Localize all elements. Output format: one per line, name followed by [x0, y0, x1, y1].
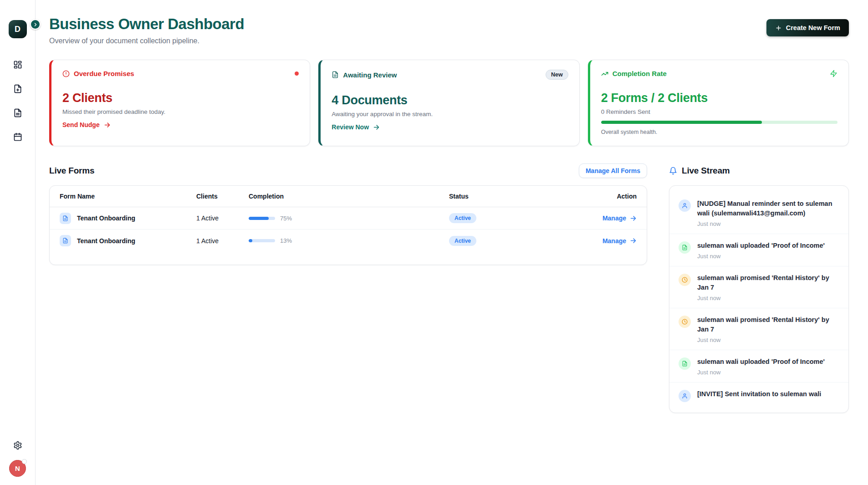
- page-header: Business Owner Dashboard Overview of you…: [49, 15, 849, 45]
- stream-item-text: [INVITE] Sent invitation to suleman wali: [697, 389, 838, 399]
- file-text-icon[interactable]: [13, 108, 22, 117]
- file-plus-icon[interactable]: [13, 84, 22, 93]
- stats-row: Overdue Promises 2 Clients Missed their …: [49, 60, 849, 146]
- user-icon: [679, 390, 691, 402]
- page-subtitle: Overview of your document collection pip…: [49, 37, 244, 45]
- completion-percent-label: 13%: [280, 237, 292, 244]
- stream-item-time: Just now: [697, 337, 838, 343]
- chevron-right-icon: [33, 22, 38, 27]
- stream-item-text: suleman wali uploaded 'Proof of Income': [697, 357, 838, 367]
- status-cell: Active: [449, 213, 586, 223]
- stream-item: [NUDGE] Manual reminder sent to suleman …: [669, 192, 848, 234]
- arrow-right-icon: [104, 122, 111, 128]
- sidebar-expand-button[interactable]: [30, 19, 41, 30]
- table-header-row: Form Name Clients Completion Status Acti…: [50, 186, 647, 207]
- stream-item-body: suleman wali promised 'Rental History' b…: [697, 315, 838, 343]
- manage-button[interactable]: Manage: [602, 214, 637, 222]
- stream-item-time: Just now: [697, 369, 838, 376]
- stat-card-header: Completion Rate: [601, 70, 837, 77]
- arrow-right-icon: [630, 215, 637, 222]
- stat-card-overdue-promises: Overdue Promises 2 Clients Missed their …: [49, 60, 310, 146]
- arrow-right-icon: [630, 237, 637, 244]
- health-progress-track: [601, 121, 837, 124]
- live-stream-header: Live Stream: [669, 163, 849, 178]
- form-name: Tenant Onboarding: [77, 237, 135, 245]
- stream-item-text: suleman wali uploaded 'Proof of Income': [697, 241, 838, 250]
- create-new-form-button[interactable]: Create New Form: [766, 19, 849, 36]
- stat-card-completion-rate: Completion Rate 2 Forms / 2 Clients 0 Re…: [588, 60, 849, 146]
- stat-description: Awaiting your approval in the stream.: [332, 111, 568, 117]
- sidebar: D N: [0, 0, 36, 485]
- red-alert-dot: [295, 71, 299, 76]
- stat-description: Missed their promised deadline today.: [62, 108, 299, 115]
- clock-icon: [679, 316, 691, 328]
- column-header-completion: Completion: [249, 193, 449, 200]
- completion-track: [249, 239, 275, 242]
- health-footer-text: Overall system health.: [601, 129, 837, 135]
- manage-button[interactable]: Manage: [602, 237, 637, 245]
- trending-up-icon: [601, 70, 608, 77]
- stat-value: 4 Documents: [332, 93, 568, 107]
- stream-item: suleman wali uploaded 'Proof of Income' …: [669, 234, 848, 266]
- page-title: Business Owner Dashboard: [49, 15, 244, 33]
- alert-circle-icon: [62, 70, 70, 77]
- bell-icon: [669, 167, 677, 175]
- completion-fill: [249, 239, 252, 242]
- stream-item-text: [NUDGE] Manual reminder sent to suleman …: [697, 199, 838, 218]
- stat-value: 2 Clients: [62, 91, 299, 105]
- column-header-form-name: Form Name: [60, 193, 196, 200]
- manage-all-forms-button[interactable]: Manage All Forms: [579, 163, 647, 178]
- stat-card-title: Completion Rate: [613, 70, 667, 77]
- stat-card-header: Overdue Promises: [62, 70, 299, 77]
- stream-item-text: suleman wali promised 'Rental History' b…: [697, 315, 838, 334]
- clock-icon: [679, 274, 691, 286]
- table-row: Tenant Onboarding 1 Active 13% Active Ma…: [50, 230, 647, 252]
- stat-card-awaiting-review: Awaiting Review New 4 Documents Awaiting…: [318, 60, 579, 146]
- send-nudge-label: Send Nudge: [62, 121, 100, 128]
- clients-cell: 1 Active: [196, 237, 249, 245]
- gear-icon[interactable]: [13, 441, 22, 450]
- create-new-form-label: Create New Form: [786, 24, 840, 31]
- new-badge: New: [546, 70, 568, 80]
- arrow-right-icon: [373, 124, 380, 131]
- stream-item-time: Just now: [697, 295, 838, 301]
- stream-item-body: suleman wali uploaded 'Proof of Income' …: [697, 241, 838, 260]
- form-doc-icon: [60, 213, 71, 224]
- stat-description: 0 Reminders Sent: [601, 108, 837, 115]
- manage-label: Manage: [602, 237, 626, 245]
- column-header-clients: Clients: [196, 193, 249, 200]
- send-nudge-button[interactable]: Send Nudge: [62, 121, 111, 128]
- page: D N Business Owner Dashboard Overview of…: [0, 0, 868, 485]
- live-forms-table: Form Name Clients Completion Status Acti…: [49, 185, 647, 265]
- calendar-icon[interactable]: [13, 133, 22, 142]
- stream-item-text: suleman wali promised 'Rental History' b…: [697, 273, 838, 292]
- workspace-avatar[interactable]: D: [9, 20, 27, 38]
- live-stream-section: Live Stream [NUDGE] Manual reminder sent…: [669, 163, 849, 413]
- stream-item-time: Just now: [697, 220, 838, 227]
- user-status-dot: [22, 459, 27, 464]
- column-header-action: Action: [586, 193, 637, 200]
- stream-item-body: suleman wali promised 'Rental History' b…: [697, 273, 838, 301]
- stream-item: [INVITE] Sent invitation to suleman wali: [669, 382, 848, 408]
- action-cell: Manage: [586, 214, 637, 222]
- dashboard-grid-icon[interactable]: [13, 60, 22, 69]
- stream-item: suleman wali uploaded 'Proof of Income' …: [669, 350, 848, 382]
- main-content: Business Owner Dashboard Overview of you…: [36, 0, 868, 485]
- file-text-icon: [679, 357, 691, 370]
- live-stream-title: Live Stream: [682, 166, 730, 176]
- zap-icon: [830, 70, 837, 77]
- live-forms-header: Live Forms Manage All Forms: [49, 163, 647, 178]
- completion-cell: 13%: [249, 237, 449, 244]
- form-name-cell: Tenant Onboarding: [60, 213, 196, 224]
- page-header-text: Business Owner Dashboard Overview of you…: [49, 15, 244, 45]
- review-now-button[interactable]: Review Now: [332, 123, 380, 131]
- table-row: Tenant Onboarding 1 Active 75% Active Ma…: [50, 207, 647, 230]
- completion-percent-label: 75%: [280, 215, 292, 222]
- user-avatar[interactable]: N: [9, 460, 26, 477]
- sidebar-nav: [13, 60, 22, 142]
- stat-card-header: Awaiting Review New: [332, 70, 568, 80]
- completion-fill: [249, 217, 269, 220]
- manage-label: Manage: [602, 214, 626, 222]
- status-cell: Active: [449, 236, 586, 246]
- action-cell: Manage: [586, 237, 637, 245]
